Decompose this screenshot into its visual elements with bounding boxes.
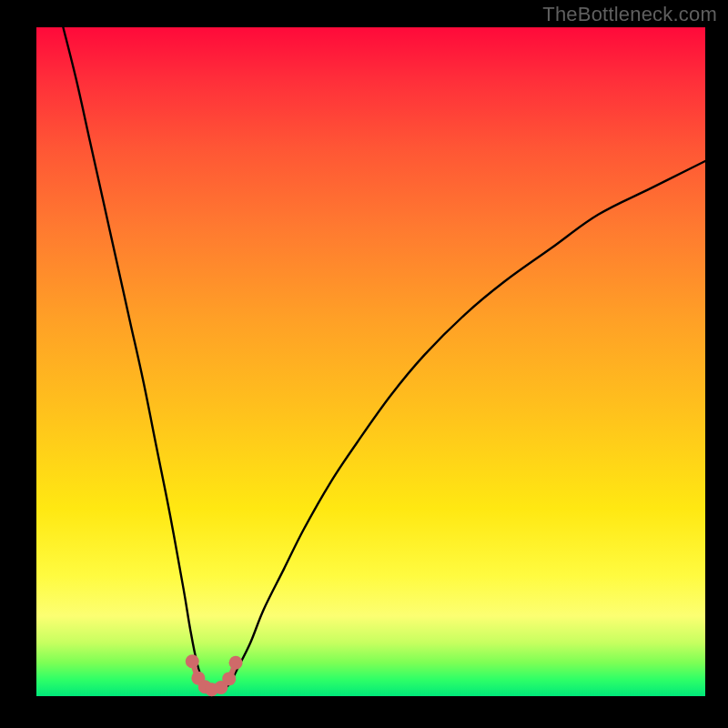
curve-left-branch — [63, 27, 210, 690]
chart-frame: TheBottleneck.com — [0, 0, 728, 728]
plot-svg — [36, 27, 705, 696]
plot-area — [36, 27, 705, 696]
curve-right-branch — [224, 161, 705, 690]
valley-marker — [186, 654, 199, 668]
valley-markers-group — [186, 654, 243, 696]
valley-marker — [222, 672, 236, 685]
valley-marker — [229, 656, 243, 670]
watermark-text: TheBottleneck.com — [542, 3, 717, 26]
